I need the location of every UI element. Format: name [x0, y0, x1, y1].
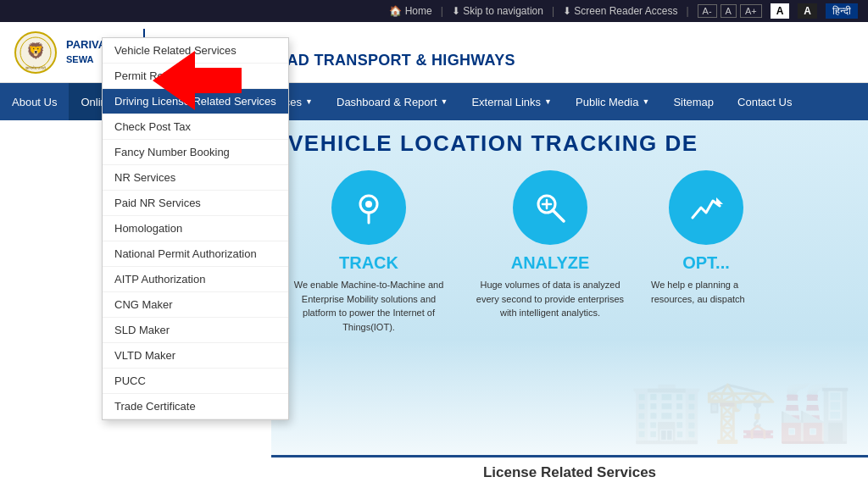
svg-point-6 — [365, 201, 372, 208]
track-title: TRACK — [339, 253, 398, 273]
dropdown-item-vltd-maker[interactable]: VLTD Maker — [103, 343, 288, 369]
license-section: License Related Services — [271, 455, 868, 488]
chevron-down-icon: ▼ — [441, 97, 448, 106]
online-services-dropdown: Vehicle Related Services Permit Related … — [102, 37, 289, 420]
dropdown-item-pucc[interactable]: PUCC — [103, 369, 288, 394]
optimize-icon — [687, 189, 725, 226]
optimize-title: OPT... — [682, 253, 730, 273]
track-icon-circle — [331, 170, 406, 245]
dropdown-item-check-post-tax[interactable]: Check Post Tax — [103, 114, 288, 140]
nav-item-public-media[interactable]: Public Media ▼ — [564, 83, 661, 120]
optimize-card: OPT... We help e planning a resources, a… — [651, 170, 761, 334]
contrast-dark-button[interactable]: A — [798, 3, 817, 19]
dropdown-item-trade-certificate[interactable]: Trade Certificate — [103, 394, 288, 419]
track-desc: We enable Machine-to-Machine and Enterpr… — [288, 278, 449, 334]
dropdown-item-driving-license[interactable]: Driving License Related Services — [103, 89, 288, 114]
font-decrease-button[interactable]: A- — [698, 4, 717, 18]
screen-reader-link[interactable]: ⬇ Screen Reader Access — [563, 5, 677, 17]
font-normal-button[interactable]: A — [721, 4, 737, 18]
svg-marker-12 — [716, 197, 723, 204]
hero-title: VEHICLE LOCATION TRACKING DE — [288, 130, 851, 157]
font-size-controls: A- A A+ — [698, 4, 762, 18]
optimize-desc: We help e planning a resources, au dispa… — [651, 278, 761, 306]
nav-item-external-links[interactable]: External Links ▼ — [459, 83, 564, 120]
optimize-icon-circle — [669, 170, 743, 245]
contrast-light-button[interactable]: A — [771, 3, 790, 19]
location-pin-icon — [350, 189, 387, 226]
track-card: TRACK We enable Machine-to-Machine and E… — [288, 170, 449, 334]
government-emblem-icon: 🦁 सत्यमेव जयते — [14, 30, 58, 75]
analyze-card: ANALYZE Huge volumes of data is analyzed… — [470, 170, 631, 334]
analyze-icon-circle — [513, 170, 587, 245]
dropdown-item-homologation[interactable]: Homologation — [103, 216, 288, 241]
home-link[interactable]: 🏠 Home — [389, 5, 431, 17]
nav-item-sitemap[interactable]: Sitemap — [661, 83, 726, 120]
dropdown-item-permit-related[interactable]: Permit Related Services — [103, 64, 288, 89]
dropdown-item-nr-services[interactable]: NR Services — [103, 165, 288, 191]
chevron-down-icon: ▼ — [305, 97, 313, 106]
dropdown-item-vehicle-related[interactable]: Vehicle Related Services — [103, 38, 288, 64]
dropdown-item-cng-maker[interactable]: CNG Maker — [103, 292, 288, 318]
dropdown-item-aitp[interactable]: AITP Authorization — [103, 267, 288, 292]
analyze-desc: Huge volumes of data is analyzed every s… — [470, 278, 631, 320]
hero-cards: TRACK We enable Machine-to-Machine and E… — [288, 170, 851, 334]
font-increase-button[interactable]: A+ — [740, 4, 762, 18]
dropdown-item-sld-maker[interactable]: SLD Maker — [103, 318, 288, 343]
hindi-language-button[interactable]: हिन्दी — [826, 3, 858, 19]
chevron-down-icon: ▼ — [544, 97, 552, 106]
skip-nav-link[interactable]: ⬇ Skip to navigation — [452, 5, 543, 17]
dropdown-item-national-permit[interactable]: National Permit Authorization — [103, 241, 288, 267]
utility-bar: 🏠 Home | ⬇ Skip to navigation | ⬇ Screen… — [0, 0, 868, 22]
svg-line-9 — [553, 210, 564, 221]
chevron-down-icon: ▼ — [642, 97, 649, 106]
buildings-illustration: 🏢🏗️🏭 — [630, 376, 851, 446]
analyze-title: ANALYZE — [511, 253, 590, 273]
svg-text:सत्यमेव जयते: सत्यमेव जयते — [25, 65, 46, 70]
nav-item-about-us[interactable]: About Us — [0, 83, 69, 120]
nav-item-contact-us[interactable]: Contact Us — [726, 83, 804, 120]
hero-section: VEHICLE LOCATION TRACKING DE TRACK We en… — [271, 117, 868, 488]
search-magnify-icon — [531, 189, 569, 226]
nav-item-dashboard-report[interactable]: Dashboard & Report ▼ — [325, 83, 459, 120]
license-section-title: License Related Services — [288, 464, 851, 481]
dropdown-item-fancy-number[interactable]: Fancy Number Booking — [103, 140, 288, 165]
dropdown-item-paid-nr-services[interactable]: Paid NR Services — [103, 191, 288, 216]
svg-text:🦁: 🦁 — [26, 42, 46, 60]
